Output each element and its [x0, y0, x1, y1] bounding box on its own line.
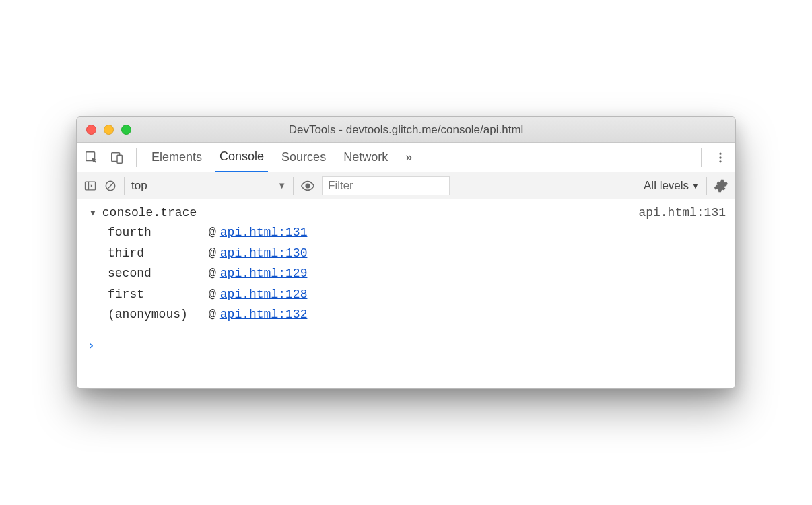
- disclosure-triangle-icon[interactable]: ▼: [90, 208, 96, 218]
- filter-input[interactable]: [322, 176, 450, 195]
- svg-point-4: [719, 156, 721, 158]
- tab-label: Console: [219, 149, 264, 164]
- stack-function: fourth: [108, 222, 209, 243]
- stack-at: @: [209, 243, 216, 264]
- text-cursor: [102, 338, 102, 353]
- stack-frame: first @ api.html:128: [108, 284, 735, 305]
- minimize-window-button[interactable]: [104, 125, 114, 135]
- trace-label: console.trace: [102, 206, 197, 220]
- svg-rect-6: [86, 182, 96, 190]
- stack-at: @: [209, 263, 216, 284]
- svg-point-3: [719, 152, 721, 154]
- window-title: DevTools - devtools.glitch.me/console/ap…: [77, 123, 735, 137]
- stack-function: first: [108, 284, 209, 305]
- stack-frame: second @ api.html:129: [108, 263, 735, 284]
- svg-line-9: [107, 182, 114, 189]
- close-window-button[interactable]: [86, 125, 96, 135]
- tab-elements[interactable]: Elements: [147, 143, 206, 172]
- clear-console-icon[interactable]: [104, 179, 117, 193]
- eye-icon[interactable]: [300, 178, 315, 193]
- overflow-label: »: [405, 150, 412, 164]
- context-selector[interactable]: top ▼: [131, 179, 286, 193]
- tab-console[interactable]: Console: [215, 143, 268, 172]
- context-label: top: [131, 179, 147, 193]
- console-prompt[interactable]: ›: [77, 331, 735, 380]
- chevron-down-icon: ▼: [277, 180, 286, 191]
- chevron-down-icon: ▼: [691, 181, 700, 191]
- source-link[interactable]: api.html:131: [638, 206, 726, 220]
- separator: [124, 177, 125, 195]
- devtools-window: DevTools - devtools.glitch.me/console/ap…: [76, 116, 736, 389]
- tab-network[interactable]: Network: [339, 143, 392, 172]
- stack-source-link[interactable]: api.html:132: [220, 304, 308, 325]
- separator: [701, 148, 702, 167]
- separator: [293, 177, 294, 195]
- zoom-window-button[interactable]: [121, 125, 131, 135]
- svg-rect-2: [117, 155, 122, 163]
- inspect-element-icon[interactable]: [83, 149, 100, 166]
- tab-label: Elements: [151, 150, 202, 164]
- stack-at: @: [209, 284, 216, 305]
- tabs-overflow[interactable]: »: [401, 143, 416, 172]
- tab-label: Network: [343, 150, 388, 164]
- stack-frame: fourth @ api.html:131: [108, 222, 735, 243]
- traffic-lights: [77, 125, 131, 135]
- titlebar: DevTools - devtools.glitch.me/console/ap…: [77, 117, 735, 143]
- tab-sources[interactable]: Sources: [277, 143, 330, 172]
- stack-source-link[interactable]: api.html:129: [220, 263, 308, 284]
- device-toggle-icon[interactable]: [109, 149, 125, 166]
- stack-frame: (anonymous) @ api.html:132: [108, 304, 735, 325]
- stack-at: @: [209, 222, 216, 243]
- stack-source-link[interactable]: api.html:131: [220, 222, 308, 243]
- devtools-tabbar: Elements Console Sources Network »: [77, 143, 735, 172]
- tab-label: Sources: [281, 150, 326, 164]
- stack-trace: fourth @ api.html:131 third @ api.html:1…: [77, 221, 735, 325]
- prompt-chevron-icon: ›: [88, 338, 95, 352]
- more-menu-icon[interactable]: [712, 149, 729, 166]
- console-output: ▼ console.trace api.html:131 fourth @ ap…: [77, 199, 735, 388]
- stack-function: third: [108, 243, 209, 264]
- settings-gear-icon[interactable]: [714, 178, 729, 193]
- stack-source-link[interactable]: api.html:130: [220, 243, 308, 264]
- svg-point-5: [719, 160, 721, 162]
- console-trace-message: ▼ console.trace api.html:131: [77, 203, 735, 221]
- console-toolbar: top ▼ All levels ▼: [77, 172, 735, 199]
- stack-function: second: [108, 263, 209, 284]
- separator: [136, 148, 137, 167]
- console-sidebar-toggle-icon[interactable]: [83, 179, 97, 193]
- levels-label: All levels: [644, 179, 689, 193]
- stack-at: @: [209, 304, 216, 325]
- separator: [706, 177, 707, 195]
- stack-frame: third @ api.html:130: [108, 243, 735, 264]
- svg-point-10: [306, 184, 310, 188]
- log-levels-selector[interactable]: All levels ▼: [644, 179, 700, 193]
- stack-source-link[interactable]: api.html:128: [220, 284, 308, 305]
- stack-function: (anonymous): [108, 304, 209, 325]
